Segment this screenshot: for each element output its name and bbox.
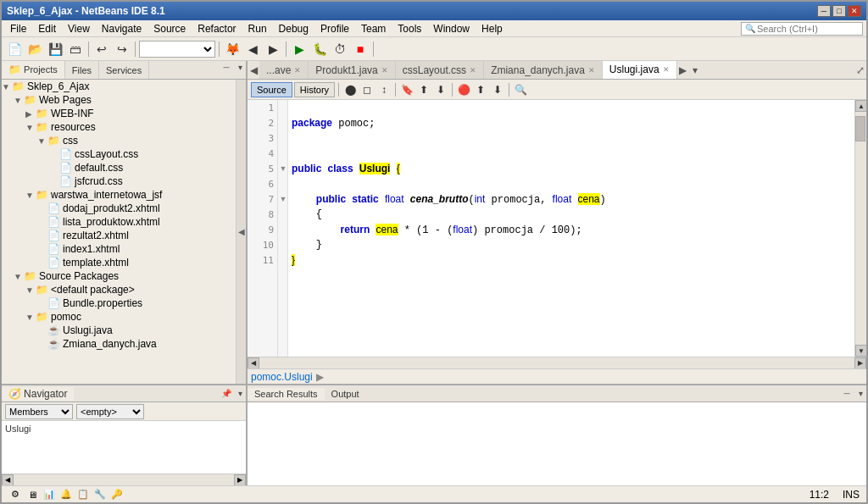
new-button[interactable]: 📄: [5, 40, 24, 58]
tree-arrow[interactable]: ▼: [25, 123, 36, 132]
undo-button[interactable]: ↩: [92, 40, 111, 58]
tree-item-13[interactable]: 📄template.xhtml: [2, 256, 236, 269]
et-icon-1[interactable]: ⬤: [342, 82, 358, 97]
tab-projects[interactable]: 📁 Projects: [2, 61, 65, 79]
tab-output[interactable]: Output: [325, 388, 366, 400]
status-icon-4[interactable]: 🔔: [59, 488, 73, 501]
tab-close-4[interactable]: ✕: [663, 65, 670, 74]
nav-scroll-left[interactable]: ◀: [2, 474, 14, 486]
nav-filter-select[interactable]: Members: [5, 404, 73, 419]
tree-item-12[interactable]: 📄index1.xhtml: [2, 242, 236, 256]
menu-team[interactable]: Team: [356, 22, 391, 36]
tree-item-18[interactable]: ☕Uslugi.java: [2, 324, 236, 337]
tree-arrow[interactable]: ▼: [14, 272, 24, 281]
nav-pin-icon[interactable]: 📌: [220, 388, 232, 400]
et-next-bp[interactable]: ⬇: [490, 82, 505, 97]
editor-tab-4[interactable]: Uslugi.java ✕: [603, 61, 677, 80]
tree-item-9[interactable]: 📄dodaj_produkt2.xhtml: [2, 202, 236, 215]
menu-source[interactable]: Source: [148, 22, 191, 36]
menu-run[interactable]: Run: [243, 22, 272, 36]
tree-arrow[interactable]: ▼: [25, 313, 36, 322]
code-editor[interactable]: package pomoc;public class Uslugi { publ…: [288, 100, 854, 357]
history-button[interactable]: History: [294, 82, 335, 97]
et-search[interactable]: 🔍: [513, 82, 528, 97]
scroll-down-btn[interactable]: ▼: [855, 345, 866, 357]
editor-tab-2[interactable]: cssLayout.css ✕: [396, 61, 484, 80]
search-input[interactable]: [757, 24, 859, 34]
tree-item-1[interactable]: ▼📁Web Pages: [2, 93, 236, 107]
back-btn[interactable]: ◀: [243, 40, 262, 58]
menu-debug[interactable]: Debug: [274, 22, 314, 36]
editor-scrollbar-v[interactable]: ▲ ▼: [854, 100, 866, 357]
status-icon-1[interactable]: ⚙: [8, 488, 22, 501]
save-button[interactable]: 💾: [46, 40, 64, 58]
tree-arrow[interactable]: ▼: [2, 82, 12, 91]
tab-close-0[interactable]: ✕: [294, 66, 301, 75]
tab-scroll-left[interactable]: ◀: [248, 61, 259, 80]
tab-menu[interactable]: ▾: [689, 61, 701, 80]
tree-item-19[interactable]: ☕Zmiana_danych.java: [2, 337, 236, 351]
status-icon-5[interactable]: 📋: [76, 488, 90, 501]
save-all-button[interactable]: 🗃: [66, 40, 85, 58]
editor-scrollbar-h[interactable]: ◀ ▶: [248, 357, 866, 368]
profile-btn[interactable]: ⏱: [331, 40, 349, 58]
nav-scroll-track[interactable]: [14, 476, 234, 485]
tree-arrow[interactable]: ▼: [37, 136, 47, 146]
redo-button[interactable]: ↪: [113, 40, 131, 58]
nav-scroll-right[interactable]: ▶: [234, 474, 246, 486]
tree-item-16[interactable]: 📄Bundle.properties: [2, 296, 236, 310]
et-next-bkmk[interactable]: ⬇: [433, 82, 448, 97]
status-icon-6[interactable]: 🔧: [93, 488, 107, 501]
tab-files[interactable]: Files: [65, 61, 99, 79]
scroll-thumb[interactable]: [855, 116, 865, 141]
menu-help[interactable]: Help: [476, 22, 508, 36]
tree-item-14[interactable]: ▼📁Source Packages: [2, 269, 236, 283]
tab-expand[interactable]: ⤢: [854, 61, 866, 80]
menu-navigate[interactable]: Navigate: [97, 22, 147, 36]
status-icon-7[interactable]: 🔑: [110, 488, 124, 501]
search-box[interactable]: 🔍: [741, 22, 863, 36]
panel-minimize-icon[interactable]: ─: [220, 61, 232, 73]
tab-close-1[interactable]: ✕: [381, 66, 388, 75]
editor-tab-0[interactable]: ...ave ✕: [259, 61, 309, 80]
editor-area[interactable]: 1234567891011 ▼▼ package pomoc;public cl…: [248, 100, 866, 357]
tab-navigator[interactable]: 🧭 Navigator: [2, 387, 74, 401]
tree-item-11[interactable]: 📄rezultat2.xhtml: [2, 229, 236, 242]
editor-tab-3[interactable]: Zmiana_danych.java ✕: [484, 61, 603, 80]
project-combo[interactable]: [139, 41, 215, 58]
et-toggle-bp[interactable]: 🔴: [456, 82, 471, 97]
tab-close-3[interactable]: ✕: [588, 66, 595, 75]
nav-combo[interactable]: <empty>: [76, 404, 144, 419]
et-prev-bp[interactable]: ⬆: [473, 82, 488, 97]
maximize-button[interactable]: □: [832, 5, 846, 17]
menu-view[interactable]: View: [63, 22, 95, 36]
tree-item-4[interactable]: ▼📁css: [2, 134, 236, 147]
menu-profile[interactable]: Profile: [315, 22, 354, 36]
tab-search-results[interactable]: Search Results: [248, 388, 325, 400]
output-minimize-icon[interactable]: ─: [841, 388, 853, 400]
tree-arrow[interactable]: ▼: [25, 191, 36, 200]
scroll-up-btn[interactable]: ▲: [855, 100, 866, 112]
status-icon-3[interactable]: 📊: [42, 488, 56, 501]
status-icon-2[interactable]: 🖥: [25, 488, 39, 501]
run-btn[interactable]: ▶: [290, 40, 309, 58]
tree-item-15[interactable]: ▼📁<default package>: [2, 283, 236, 296]
fold-marker-5[interactable]: ▼: [278, 161, 288, 176]
tree-item-3[interactable]: ▼📁resources: [2, 120, 236, 134]
tab-scroll-right[interactable]: ▶: [677, 61, 689, 80]
tree-item-10[interactable]: 📄lista_produktow.xhtml: [2, 215, 236, 229]
firefox-btn[interactable]: 🦊: [223, 40, 242, 58]
forward-btn[interactable]: ▶: [264, 40, 282, 58]
et-prev-bkmk[interactable]: ⬆: [416, 82, 431, 97]
minimize-button[interactable]: ─: [817, 5, 831, 17]
project-tree[interactable]: ▼📁Sklep_6_Ajax▼📁Web Pages▶📁WEB-INF▼📁reso…: [2, 80, 236, 384]
tree-arrow[interactable]: ▶: [25, 109, 36, 119]
nav-hscroll[interactable]: ◀ ▶: [2, 474, 246, 485]
debug-btn[interactable]: 🐛: [310, 40, 329, 58]
open-button[interactable]: 📂: [25, 40, 44, 58]
tab-close-2[interactable]: ✕: [470, 66, 476, 75]
collapse-panel-button[interactable]: ◀: [236, 80, 246, 384]
tab-services[interactable]: Services: [99, 61, 149, 79]
menu-tools[interactable]: Tools: [392, 22, 426, 36]
tree-item-5[interactable]: 📄cssLayout.css: [2, 147, 236, 161]
